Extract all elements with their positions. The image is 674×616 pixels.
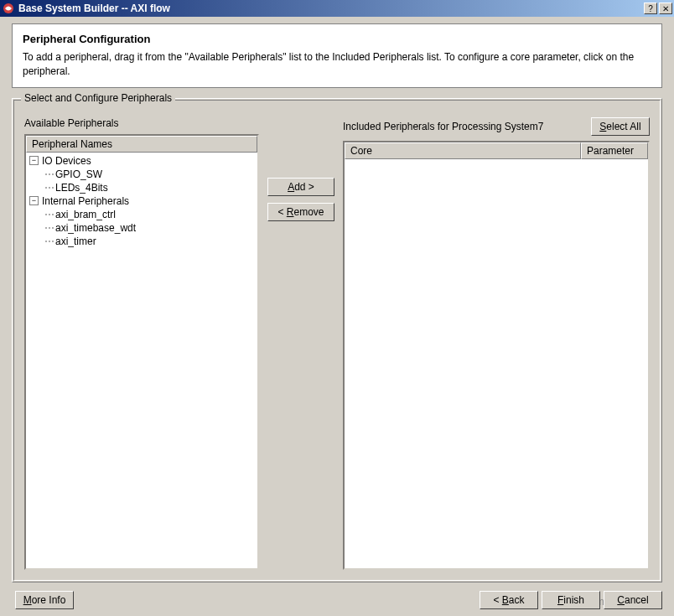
help-button[interactable]: ?	[644, 3, 657, 14]
back-button[interactable]: < Back	[480, 591, 538, 609]
included-column-core[interactable]: Core	[345, 142, 581, 159]
available-peripherals-list[interactable]: Peripheral Names − IO Devices ⋯ GPIO_SW …	[24, 134, 259, 570]
page-description: To add a peripheral, drag it from the "A…	[23, 50, 651, 79]
select-all-button[interactable]: Select All	[591, 117, 650, 136]
remove-button[interactable]: < Remove	[267, 203, 334, 221]
finish-button[interactable]: Finish	[542, 591, 600, 609]
included-peripherals-list[interactable]: Core Parameter	[343, 141, 650, 570]
collapse-icon[interactable]: −	[29, 196, 39, 205]
tree-item-axi-bram-ctrl[interactable]: ⋯ axi_bram_ctrl	[29, 208, 254, 221]
tree-group-io-devices[interactable]: − IO Devices	[29, 154, 254, 168]
more-info-button[interactable]: More Info	[15, 591, 74, 609]
included-column-parameter[interactable]: Parameter	[581, 142, 648, 159]
fieldset-legend: Select and Configure Peripherals	[21, 92, 175, 104]
cancel-button[interactable]: Cancel	[604, 591, 662, 609]
tree-item-gpio-sw[interactable]: ⋯ GPIO_SW	[29, 168, 254, 181]
header-panel: Peripheral Configuration To add a periph…	[12, 23, 662, 88]
tree-item-axi-timebase-wdt[interactable]: ⋯ axi_timebase_wdt	[29, 221, 254, 235]
window-title: Base System Builder -- AXI flow	[18, 3, 644, 14]
tree-group-internal-peripherals[interactable]: − Internal Peripherals	[29, 194, 254, 208]
tree-item-axi-timer[interactable]: ⋯ axi_timer	[29, 235, 254, 248]
add-button[interactable]: Add >	[267, 178, 334, 196]
peripherals-fieldset: Select and Configure Peripherals Availab…	[12, 98, 662, 582]
page-title: Peripheral Configuration	[23, 33, 651, 45]
available-label: Available Peripherals	[24, 117, 259, 129]
included-label: Included Peripherals for Processing Syst…	[343, 121, 591, 132]
available-column-header[interactable]: Peripheral Names	[26, 136, 257, 153]
title-bar: Base System Builder -- AXI flow ? ✕	[0, 0, 674, 17]
collapse-icon[interactable]: −	[29, 156, 39, 165]
tree-item-leds-4bits[interactable]: ⋯ LEDs_4Bits	[29, 181, 254, 194]
close-button[interactable]: ✕	[659, 3, 672, 14]
app-icon	[2, 2, 15, 15]
